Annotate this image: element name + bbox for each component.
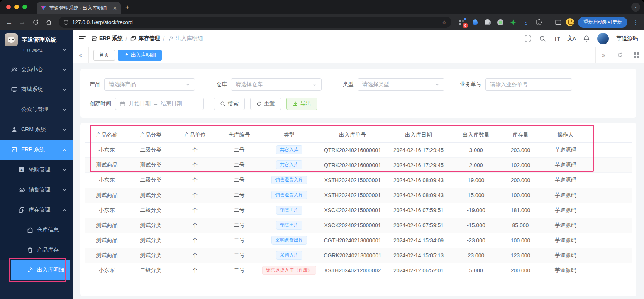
collapse-menu-icon[interactable] [79, 36, 86, 41]
back-button[interactable]: ← [4, 17, 15, 28]
filler-cell [593, 233, 632, 248]
app-logo[interactable]: 芋道管理系统 [0, 30, 73, 49]
extension-grid-icon[interactable]: 6 [458, 19, 466, 26]
type-cell: 其它入库 [261, 157, 317, 172]
sidebar-item-inventory-management[interactable]: 库存管理 [0, 200, 73, 220]
button-label: 搜索 [228, 100, 239, 107]
language-icon[interactable]: 文ᴀ [568, 35, 575, 42]
filler-cell [593, 203, 632, 218]
side-panel-button[interactable] [553, 17, 564, 28]
browser-update-button[interactable]: 重新启动即可更新 [578, 17, 627, 28]
type-cell: 销售出库 [261, 218, 317, 233]
new-tab-button[interactable]: + [125, 3, 129, 11]
filter-product: 产品 请选择产品 [90, 78, 195, 91]
breadcrumb-label: 库存管理 [138, 35, 160, 42]
site-info-icon [63, 20, 69, 25]
extension-greendot-icon[interactable] [497, 19, 504, 26]
user-avatar[interactable] [597, 33, 609, 44]
warehouse-select[interactable]: 请选择仓库 [231, 78, 322, 91]
browser-menu-icon[interactable]: ⋮ [631, 19, 640, 26]
member-icon [11, 66, 18, 73]
tags-scroll-right-icon[interactable]: » [595, 47, 612, 63]
extensions-puzzle-icon[interactable] [535, 19, 542, 26]
column-header: 出入库日期 [388, 128, 449, 142]
order-no-cell: XSTH20240215000001 [317, 188, 388, 203]
product-category-cell: 测试分类 [129, 157, 173, 172]
extension-circle-icon[interactable] [484, 19, 491, 26]
tags-layout-icon[interactable] [628, 47, 644, 63]
breadcrumb-inventory[interactable]: 库存管理 [130, 35, 160, 42]
sidebar-item-member-center[interactable]: 会员中心 [0, 59, 73, 79]
record-qty-cell: 5.000 [449, 263, 503, 278]
search-icon[interactable] [539, 35, 546, 42]
tab-stock-record[interactable]: 出入库明细 [118, 50, 162, 61]
type-select[interactable]: 请选择类型 [358, 78, 444, 91]
browser-tab-strip: 芋道管理系统 - 出入库明细 ✕ + ▾ [0, 0, 644, 14]
filter-label: 仓库 [216, 81, 227, 88]
window-controls [6, 5, 27, 9]
fullscreen-icon[interactable] [524, 35, 531, 42]
breadcrumb-erp[interactable]: ERP 系统 [91, 35, 122, 42]
tags-refresh-icon[interactable] [612, 47, 628, 63]
app-title: 芋道管理系统 [22, 36, 56, 44]
product-name-cell: 小东东 [85, 142, 129, 157]
tab-close-icon[interactable]: ✕ [113, 5, 117, 11]
type-badge: 销售出库 [276, 221, 302, 229]
mall-icon [11, 86, 18, 93]
sidebar-item-official-account[interactable]: 公众号管理 [0, 100, 73, 120]
forward-button[interactable]: → [17, 17, 28, 28]
type-cell: 采购退货出库 [261, 233, 317, 248]
font-size-icon[interactable]: Tᴛ [553, 35, 561, 42]
home-button[interactable] [43, 17, 54, 28]
notification-bell-icon[interactable] [583, 35, 590, 42]
filter-label: 业务单号 [460, 81, 481, 88]
filter-label: 类型 [343, 81, 354, 88]
chevron-down-icon [62, 87, 67, 92]
window-minimize-button[interactable] [14, 5, 19, 9]
browser-toolbar: ← → 127.0.0.1/erp/stock/record ☆ 6 ⌄⌄ [0, 14, 644, 30]
tags-list: 首页 出入库明细 [89, 50, 595, 61]
filter-biz-no: 业务单号 [460, 78, 572, 91]
browser-tab[interactable]: 芋道管理系统 - 出入库明细 ✕ [37, 2, 121, 14]
operator-cell: 芋道源码 [538, 263, 593, 278]
sidebar-item-label: ERP 系统 [21, 146, 44, 153]
breadcrumb-stock-record: 出入库明细 [168, 35, 203, 42]
sidebar-item-crm-system[interactable]: CRM 系统 [0, 120, 73, 140]
sidebar-item-stock-record[interactable]: 出入库明细 [11, 260, 70, 280]
sidebar-item-purchase-management[interactable]: A采购管理 [0, 160, 73, 180]
window-zoom-button[interactable] [22, 5, 27, 9]
address-bar[interactable]: 127.0.0.1/erp/stock/record ☆ [59, 17, 451, 28]
profile-avatar-icon[interactable] [566, 18, 574, 26]
filter-label: 创建时间 [90, 100, 111, 107]
extension-chevrons-icon[interactable]: ⌄⌄ [522, 19, 530, 26]
sidebar-item-mall-system[interactable]: 商城系统 [0, 79, 73, 100]
sidebar-item-erp-system[interactable]: ERP 系统 [0, 140, 73, 160]
date-range-picker[interactable]: 开始日期 – 结束日期 [115, 98, 204, 110]
sidebar-item-product-stock[interactable]: 产品库存 [0, 240, 73, 260]
type-badge: 采购退货出库 [271, 236, 307, 244]
reload-button[interactable] [30, 17, 41, 28]
column-header: 类型 [261, 128, 317, 142]
operator-cell: 芋道源码 [538, 172, 593, 188]
extension-star-icon[interactable] [509, 19, 517, 26]
product-category-cell: 测试分类 [129, 233, 173, 248]
tags-scroll-left-icon[interactable]: « [73, 47, 89, 63]
extension-balloon-icon[interactable] [471, 19, 479, 26]
biz-no-input[interactable] [490, 81, 568, 88]
window-close-button[interactable] [6, 5, 11, 9]
order-no-cell: QTRK20240216000001 [317, 142, 388, 157]
username[interactable]: 芋道源码 [616, 35, 638, 42]
tab-search-button[interactable]: ▾ [631, 3, 640, 12]
export-button[interactable]: 导出 [286, 98, 317, 110]
operator-cell: 芋道源码 [538, 233, 593, 248]
type-cell: 其它入库 [261, 142, 317, 157]
sidebar-item-warehouse-info[interactable]: 仓库信息 [0, 220, 73, 240]
reset-button[interactable]: 重置 [250, 98, 281, 110]
search-button[interactable]: 搜索 [214, 98, 245, 110]
sidebar-item-sales-management[interactable]: 销售管理 [0, 180, 73, 200]
product-select[interactable]: 请选择产品 [104, 78, 195, 91]
bookmark-star-icon[interactable]: ☆ [442, 19, 447, 26]
tab-home[interactable]: 首页 [93, 50, 115, 61]
warehouse-code-cell: 二号 [217, 233, 261, 248]
product-name-cell: 测试商品 [85, 218, 129, 233]
